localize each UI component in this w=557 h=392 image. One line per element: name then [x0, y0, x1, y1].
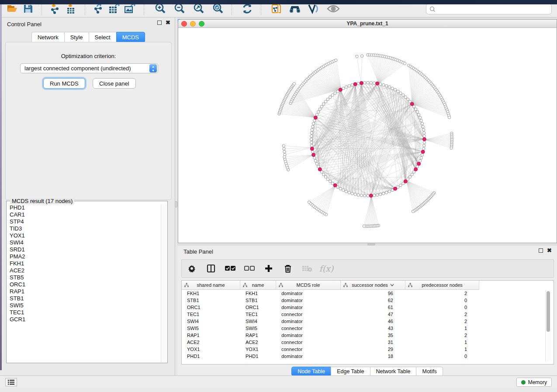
table-cell[interactable]: 61 — [341, 305, 405, 310]
table-cell[interactable]: 1 — [405, 340, 479, 345]
float-window-icon[interactable] — [539, 248, 543, 253]
close-panel-icon[interactable]: ✖ — [166, 21, 170, 25]
table-cell[interactable]: 18 — [341, 354, 405, 359]
column-header-shared-name[interactable]: shared name — [182, 281, 240, 289]
table-cell[interactable]: 0 — [405, 298, 479, 303]
table-cell[interactable]: 2 — [405, 312, 479, 317]
table-cell[interactable]: ORC1 — [240, 305, 276, 310]
table-cell[interactable]: TEC1 — [240, 312, 276, 317]
table-cell[interactable]: connector — [276, 326, 341, 331]
deselect-all-icon[interactable] — [244, 263, 255, 274]
table-cell[interactable]: RAP1 — [182, 333, 240, 338]
mcds-result-item[interactable]: PMA2 — [10, 253, 161, 260]
mcds-result-item[interactable]: STP4 — [10, 218, 161, 225]
table-cell[interactable]: PHD1 — [240, 354, 276, 359]
table-cell[interactable]: connector — [276, 340, 341, 345]
table-cell[interactable]: 31 — [341, 340, 405, 345]
show-columns-icon[interactable] — [205, 263, 217, 274]
table-scrollbar-thumb[interactable] — [547, 291, 550, 332]
table-cell[interactable]: 46 — [341, 319, 405, 324]
table-row[interactable]: RAP1RAP1dominator352 — [182, 332, 554, 339]
table-cell[interactable]: RAP1 — [240, 333, 276, 338]
search-input[interactable] — [438, 6, 551, 12]
table-cell[interactable]: 0 — [405, 305, 479, 310]
table-cell[interactable]: dominator — [276, 319, 341, 324]
mcds-result-item[interactable]: GCR1 — [10, 316, 161, 323]
network-canvas[interactable] — [178, 28, 557, 243]
mcds-result-item[interactable]: ORC1 — [10, 281, 161, 288]
table-cell[interactable]: 29 — [341, 347, 405, 352]
table-cell[interactable]: YOX1 — [240, 347, 276, 352]
tab-select[interactable]: Select — [89, 32, 116, 43]
mcds-result-item[interactable]: FKH1 — [10, 260, 161, 267]
table-cell[interactable]: FKH1 — [182, 291, 240, 296]
mcds-result-item[interactable]: CAR1 — [10, 211, 161, 218]
table-row[interactable]: YOX1YOX1connector291 — [182, 346, 554, 353]
mcds-result-item[interactable]: ACE2 — [10, 267, 161, 274]
table-row[interactable]: TEC1TEC1connector472 — [182, 311, 554, 318]
add-column-icon[interactable] — [263, 263, 274, 274]
table-cell[interactable]: 96 — [341, 291, 405, 296]
tab-network-table[interactable]: Network Table — [370, 367, 416, 376]
close-panel-icon[interactable]: ✖ — [547, 248, 552, 253]
mcds-result-item[interactable]: TID3 — [10, 225, 161, 232]
column-header-successor-nodes[interactable]: successor nodes — [341, 281, 405, 289]
table-row[interactable]: SWI5SWI5connector431 — [182, 325, 554, 332]
tab-mcds[interactable]: MCDS — [116, 32, 145, 43]
tab-motifs[interactable]: Motifs — [416, 367, 443, 376]
table-row[interactable]: SWI4SWI4dominator462 — [182, 318, 554, 325]
mcds-result-item[interactable]: SWI5 — [10, 302, 161, 309]
table-cell[interactable]: 35 — [341, 333, 405, 338]
table-cell[interactable]: 43 — [341, 326, 405, 331]
mcds-result-list[interactable]: PHD1CAR1STP4TID3YOX1SWI4SRD1PMA2FKH1ACE2… — [7, 204, 161, 362]
tab-style[interactable]: Style — [64, 32, 89, 43]
column-header-MCDS-role[interactable]: MCDS role — [276, 281, 341, 289]
mcds-result-item[interactable]: SWI4 — [10, 239, 161, 246]
table-cell[interactable]: 0 — [405, 354, 479, 359]
table-cell[interactable]: SWI5 — [182, 326, 240, 331]
mcds-result-item[interactable]: STB5 — [10, 274, 161, 281]
table-cell[interactable]: dominator — [276, 298, 341, 303]
table-row[interactable]: ORC1ORC1dominator610 — [182, 304, 554, 311]
table-cell[interactable]: TEC1 — [182, 312, 240, 317]
table-cell[interactable]: 47 — [341, 312, 405, 317]
float-window-icon[interactable] — [157, 21, 162, 25]
table-cell[interactable]: dominator — [276, 305, 341, 310]
task-history-button[interactable] — [5, 378, 17, 386]
table-cell[interactable]: YOX1 — [182, 347, 240, 352]
tab-edge-table[interactable]: Edge Table — [331, 367, 370, 376]
table-cell[interactable]: 2 — [405, 333, 479, 338]
table-cell[interactable]: connector — [276, 312, 341, 317]
table-settings-icon[interactable] — [186, 263, 197, 274]
mcds-result-item[interactable]: SRD1 — [10, 246, 161, 253]
delete-column-icon[interactable] — [282, 263, 294, 274]
mcds-result-item[interactable]: YOX1 — [10, 232, 161, 239]
tab-network[interactable]: Network — [31, 32, 64, 43]
run-mcds-button[interactable]: Run MCDS — [43, 78, 85, 89]
table-cell[interactable]: 1 — [405, 326, 479, 331]
tab-node-table[interactable]: Node Table — [291, 367, 331, 376]
table-cell[interactable]: SWI4 — [182, 319, 240, 324]
table-cell[interactable]: ORC1 — [182, 305, 240, 310]
column-header-predecessor-nodes[interactable]: predecessor nodes — [405, 281, 479, 289]
table-cell[interactable]: dominator — [276, 354, 341, 359]
mcds-result-scrollbar[interactable] — [161, 204, 167, 362]
table-row[interactable]: PHD1PHD1dominator180 — [182, 353, 554, 360]
table-cell[interactable]: SWI5 — [240, 326, 276, 331]
table-cell[interactable]: SWI4 — [240, 319, 276, 324]
optimization-criterion-select[interactable]: largest connected component (undirected)… — [20, 63, 158, 73]
column-header-name[interactable]: name — [240, 281, 276, 289]
table-cell[interactable]: ACE2 — [240, 340, 276, 345]
table-cell[interactable]: PHD1 — [182, 354, 240, 359]
table-scrollbar[interactable] — [545, 290, 551, 361]
table-cell[interactable]: 1 — [405, 347, 479, 352]
table-cell[interactable]: 2 — [405, 291, 479, 296]
table-cell[interactable]: connector — [276, 347, 341, 352]
table-cell[interactable]: STB1 — [240, 298, 276, 303]
table-cell[interactable]: 62 — [341, 298, 405, 303]
horizontal-splitter-grip[interactable] — [367, 244, 375, 245]
table-cell[interactable]: 2 — [405, 319, 479, 324]
table-cell[interactable]: dominator — [276, 333, 341, 338]
memory-button[interactable]: Memory — [516, 378, 552, 387]
table-row[interactable]: ACE2ACE2connector311 — [182, 339, 554, 346]
